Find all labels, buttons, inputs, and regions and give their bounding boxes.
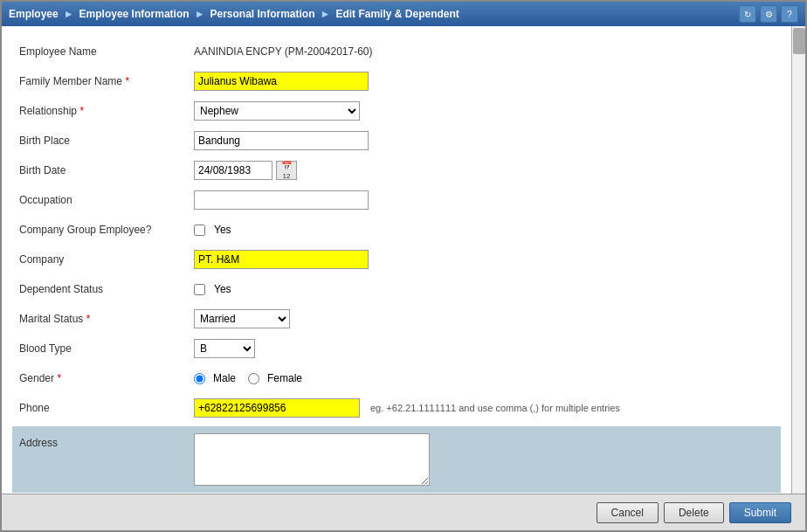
- employee-name-text: AANINDIA ENCPY (PM-20042017-60): [194, 45, 373, 58]
- employee-name-row: Employee Name AANINDIA ENCPY (PM-2004201…: [19, 40, 774, 63]
- company-input[interactable]: [194, 250, 369, 269]
- date-group: 📅12: [194, 161, 297, 180]
- calendar-button[interactable]: 📅12: [276, 161, 297, 180]
- birth-place-row: Birth Place: [19, 129, 774, 152]
- breadcrumb-personal-info: Personal Information: [210, 8, 315, 20]
- breadcrumb-employee-info: Employee Information: [79, 8, 190, 20]
- employee-name-value: AANINDIA ENCPY (PM-20042017-60): [194, 45, 774, 58]
- company-group-label: Company Group Employee?: [19, 224, 194, 236]
- company-row: Company: [19, 248, 774, 271]
- titlebar-buttons: ↻ ⚙ ?: [739, 5, 798, 23]
- scrollbar-thumb[interactable]: [793, 28, 805, 54]
- breadcrumb-employee: Employee: [9, 8, 59, 20]
- refresh-icon[interactable]: ↻: [739, 5, 756, 23]
- company-group-checkbox[interactable]: [194, 225, 205, 236]
- relationship-required: *: [79, 105, 84, 117]
- birth-date-input[interactable]: [194, 161, 272, 180]
- calendar-icon: 📅12: [281, 161, 292, 180]
- gender-required: *: [57, 372, 61, 384]
- company-label: Company: [19, 253, 194, 266]
- occupation-row: Occupation: [19, 189, 774, 211]
- phone-input[interactable]: [194, 398, 360, 418]
- dependent-yes-label: Yes: [214, 283, 231, 295]
- family-member-name-input[interactable]: [194, 72, 369, 91]
- gender-female-radio[interactable]: [248, 373, 259, 384]
- form-content: Employee Name AANINDIA ENCPY (PM-2004201…: [2, 26, 791, 494]
- company-group-yes-label: Yes: [214, 224, 231, 236]
- address-label: Address: [19, 433, 194, 449]
- company-group-row: Company Group Employee? Yes: [19, 218, 774, 241]
- scrollbar[interactable]: [791, 26, 805, 494]
- relationship-row: Relationship * Nephew Spouse Child Paren…: [19, 100, 774, 122]
- dependent-status-checkbox[interactable]: [194, 284, 205, 295]
- birth-place-input[interactable]: [194, 131, 369, 150]
- phone-row: Phone eg. +62.21.1111111 and use comma (…: [19, 397, 774, 419]
- family-member-name-label: Family Member Name *: [19, 75, 194, 87]
- required-marker: *: [125, 75, 129, 87]
- dependent-status-label: Dependent Status: [19, 283, 194, 295]
- titlebar: Employee ► Employee Information ► Person…: [2, 2, 805, 26]
- relationship-label: Relationship *: [19, 105, 194, 117]
- cancel-button[interactable]: Cancel: [597, 502, 659, 523]
- family-member-name-value: [194, 72, 774, 91]
- birth-date-row: Birth Date 📅12: [19, 159, 774, 182]
- main-content-area: Employee Name AANINDIA ENCPY (PM-2004201…: [2, 26, 805, 494]
- gender-male-radio[interactable]: [194, 373, 205, 384]
- blood-type-select[interactable]: A B AB O: [194, 339, 255, 358]
- footer: Cancel Delete Submit: [2, 494, 805, 530]
- birth-date-label: Birth Date: [19, 164, 194, 176]
- marital-status-row: Marital Status * Married Single Divorced…: [19, 307, 774, 330]
- settings-icon[interactable]: ⚙: [760, 5, 777, 23]
- breadcrumb: Employee ► Employee Information ► Person…: [9, 8, 459, 20]
- help-icon[interactable]: ?: [781, 5, 798, 23]
- gender-label: Gender *: [19, 372, 194, 384]
- employee-name-label: Employee Name: [19, 45, 194, 58]
- marital-status-select[interactable]: Married Single Divorced Widowed: [194, 309, 290, 328]
- breadcrumb-edit-family: Edit Family & Dependent: [335, 8, 459, 20]
- marital-required: *: [86, 313, 91, 325]
- phone-hint: eg. +62.21.1111111 and use comma (,) for…: [370, 403, 620, 413]
- blood-type-row: Blood Type A B AB O: [19, 337, 774, 360]
- gender-male-label: Male: [213, 372, 236, 384]
- blood-type-label: Blood Type: [19, 342, 194, 355]
- gender-female-label: Female: [267, 372, 302, 384]
- address-textarea[interactable]: [194, 433, 430, 486]
- marital-status-label: Marital Status *: [19, 313, 194, 325]
- submit-button[interactable]: Submit: [729, 502, 791, 523]
- family-member-name-row: Family Member Name *: [19, 70, 774, 93]
- dependent-status-row: Dependent Status Yes: [19, 278, 774, 301]
- occupation-input[interactable]: [194, 190, 369, 210]
- delete-button[interactable]: Delete: [664, 502, 724, 523]
- relationship-select[interactable]: Nephew Spouse Child Parent Sibling: [194, 101, 360, 121]
- main-window: Employee ► Employee Information ► Person…: [0, 0, 807, 532]
- gender-row: Gender * Male Female: [19, 367, 774, 390]
- address-row: Address: [12, 426, 781, 493]
- phone-label: Phone: [19, 402, 194, 414]
- birth-place-label: Birth Place: [19, 135, 194, 147]
- occupation-label: Occupation: [19, 194, 194, 206]
